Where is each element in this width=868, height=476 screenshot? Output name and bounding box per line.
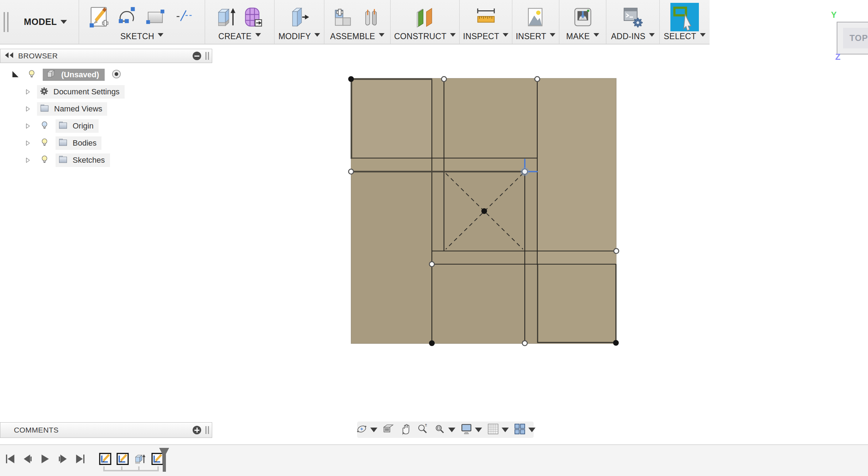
browser-item-sketches[interactable]: Sketches [0,152,212,169]
orbit-button[interactable] [356,423,377,436]
play-icon[interactable] [40,454,51,466]
expand-arrow-icon[interactable] [22,88,34,96]
rectangle-icon[interactable] [145,7,167,27]
toolbar-section-label-text: MODIFY [278,32,311,41]
joint-icon[interactable] [361,5,382,29]
toolbar-section-label[interactable]: INSERT [516,32,556,44]
comments-panel-header[interactable]: COMMENTS [0,422,212,438]
expand-arrow-icon[interactable] [22,139,34,147]
cube-icon [46,69,56,81]
chevron-down-icon[interactable] [370,428,377,432]
browser-item-named-views[interactable]: Named Views [0,100,212,117]
sketch-point-fixed[interactable] [429,340,435,346]
sketch-point-fixed[interactable] [613,340,619,346]
measure-icon[interactable] [475,6,497,28]
step-back-icon[interactable] [22,454,33,466]
toolbar-section-label[interactable]: CONSTRUCT [394,32,456,44]
panel-grip-icon[interactable] [205,52,209,60]
node-chip[interactable]: Sketches [56,153,110,167]
sketch-feature-icon[interactable] [99,453,111,466]
zoom-window-icon [434,423,446,436]
extrude-feature-icon[interactable] [134,453,146,466]
visibility-bulb-icon[interactable] [24,68,39,81]
collapse-arrow-icon[interactable] [9,71,21,78]
expand-arrow-icon[interactable] [22,122,34,130]
browser-item-label: Sketches [73,156,105,165]
viewports-button[interactable] [514,423,535,436]
toolbar-section-label[interactable]: INSPECT [463,32,509,44]
extrude-icon[interactable] [215,5,237,30]
collapse-all-icon[interactable] [193,52,201,60]
sketch-feature-icon[interactable] [116,453,129,466]
chevron-down-icon[interactable] [448,428,455,432]
visibility-bulb-icon[interactable] [37,137,52,150]
visibility-bulb-icon[interactable] [37,154,52,167]
look-at-button[interactable] [382,423,394,436]
zoom-button[interactable]: ± [417,423,429,436]
sketch-point[interactable] [535,77,540,82]
toolbar-section-label[interactable]: SELECT [664,32,705,44]
expand-arrow-icon[interactable] [22,105,34,113]
go-to-end-icon[interactable] [75,454,85,466]
browser-item-origin[interactable]: Origin [0,117,212,135]
chevron-down-icon[interactable] [475,428,482,432]
toolbar-section-label[interactable]: MODIFY [278,32,320,44]
toolbar-section-label[interactable]: ADD-INS [611,32,655,44]
viewcube[interactable]: TOP [837,22,868,54]
sketch-point[interactable] [614,249,619,253]
new-component-icon[interactable] [333,5,355,29]
timeline-playhead[interactable] [159,448,169,475]
workspace-switcher[interactable]: MODEL [12,0,79,44]
zoom-window-button[interactable] [434,423,455,436]
viewcube-face-label: TOP [849,33,868,43]
arc-icon[interactable] [117,6,138,28]
visibility-bulb-icon[interactable] [37,120,52,132]
chevron-down-icon[interactable] [528,428,535,432]
print-3d-icon[interactable] [572,5,594,29]
sketch-point[interactable] [441,77,446,82]
viewcube-top-face[interactable]: TOP [843,28,868,48]
go-to-start-icon[interactable] [5,454,16,466]
sketch-point[interactable] [522,341,527,346]
press-pull-icon[interactable] [288,5,310,29]
sketch-point-fixed[interactable] [348,76,354,82]
expand-arrow-icon[interactable] [22,156,34,164]
browser-item-unsaved[interactable]: (Unsaved) [0,66,212,83]
activate-component-radio-icon[interactable] [111,69,122,81]
construction-line-icon[interactable] [173,8,196,26]
select-icon[interactable] [670,3,699,31]
node-chip[interactable]: Bodies [56,136,101,150]
toolbar-section-label[interactable]: SKETCH [120,32,163,44]
sketch-point[interactable] [429,262,434,267]
selected-node-chip[interactable]: (Unsaved) [43,69,105,81]
toolbar-grip-icon[interactable] [0,0,12,44]
node-chip[interactable]: Document Settings [37,85,125,99]
chevron-down-icon[interactable] [502,428,509,432]
browser-item-document-settings[interactable]: Document Settings [0,83,212,100]
browser-item-bodies[interactable]: Bodies [0,135,212,152]
timeline-features [99,453,169,466]
add-comment-icon[interactable] [193,426,201,434]
step-forward-icon[interactable] [57,454,68,466]
display-settings-button[interactable] [460,423,482,436]
form-icon[interactable] [244,5,264,30]
construction-plane-icon[interactable] [414,5,436,30]
pan-button[interactable] [399,423,412,436]
node-chip[interactable]: Origin [56,119,99,133]
sketch-point-selected[interactable] [522,169,528,174]
panel-grip-icon[interactable] [205,426,209,434]
toolbar-section-label[interactable]: ASSEMBLE [330,32,384,44]
sketch-point-fixed[interactable] [481,208,487,214]
collapse-panel-icon[interactable] [5,52,14,60]
timeline [0,444,868,476]
sketch-point[interactable] [349,169,354,174]
toolbar-section-insert: INSERT [512,0,559,44]
browser-panel-header[interactable]: BROWSER [0,49,212,63]
toolbar-section-label[interactable]: MAKE [566,32,599,44]
grid-display-button[interactable] [487,423,509,436]
scripts-addins-icon[interactable] [622,5,644,29]
insert-image-icon[interactable] [526,5,546,30]
toolbar-section-label[interactable]: CREATE [218,32,261,44]
create-sketch-icon[interactable] [88,5,110,29]
node-chip[interactable]: Named Views [37,102,107,116]
